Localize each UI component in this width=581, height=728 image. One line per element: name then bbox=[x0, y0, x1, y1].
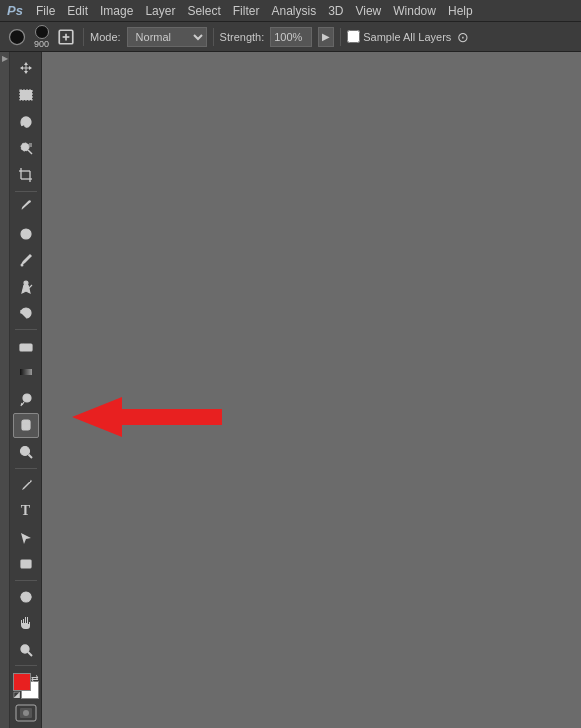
svg-rect-4 bbox=[20, 90, 32, 100]
svg-marker-39 bbox=[72, 397, 222, 437]
strength-input[interactable] bbox=[270, 27, 312, 47]
mode-label: Mode: bbox=[90, 31, 121, 43]
svg-line-6 bbox=[28, 150, 32, 154]
tool-marquee[interactable] bbox=[13, 83, 39, 109]
menu-help[interactable]: Help bbox=[442, 2, 479, 20]
menu-window[interactable]: Window bbox=[387, 2, 442, 20]
sample-all-checkbox[interactable] bbox=[347, 30, 360, 43]
menu-filter[interactable]: Filter bbox=[227, 2, 266, 20]
color-switch-icon[interactable]: ⇄ bbox=[31, 673, 39, 683]
menu-image[interactable]: Image bbox=[94, 2, 139, 20]
tool-hand[interactable] bbox=[13, 610, 39, 636]
brush-size-display[interactable]: 900 bbox=[34, 25, 49, 49]
menu-bar: Ps File Edit Image Layer Select Filter A… bbox=[0, 0, 581, 22]
svg-point-5 bbox=[21, 143, 29, 151]
svg-line-27 bbox=[28, 454, 32, 458]
tool-gradient[interactable] bbox=[13, 360, 39, 386]
options-bar: 900 Mode: Normal Dissolve Multiply Stren… bbox=[0, 22, 581, 52]
tool-sep-1 bbox=[15, 191, 37, 192]
sidebar-scroll-arrow: ▶ bbox=[2, 54, 8, 63]
svg-point-21 bbox=[23, 394, 31, 402]
tool-shape[interactable] bbox=[13, 551, 39, 577]
brush-size-number: 900 bbox=[34, 39, 49, 49]
tool-quick-select[interactable] bbox=[13, 136, 39, 162]
options-sep-1 bbox=[83, 28, 84, 46]
svg-line-23 bbox=[21, 403, 22, 406]
tool-3d-rotate[interactable] bbox=[13, 584, 39, 610]
color-reset-icon[interactable]: ◪ bbox=[13, 690, 21, 699]
options-sep-3 bbox=[340, 28, 341, 46]
menu-edit[interactable]: Edit bbox=[61, 2, 94, 20]
tool-sep-2 bbox=[15, 329, 37, 330]
target-icon[interactable]: ⊙ bbox=[457, 29, 469, 45]
sidebar-scroll[interactable]: ▶ bbox=[0, 52, 10, 728]
menu-view[interactable]: View bbox=[349, 2, 387, 20]
tool-sep-4 bbox=[15, 580, 37, 581]
svg-rect-20 bbox=[20, 369, 32, 375]
toolbar: T ⇄ ◪ bbox=[10, 52, 42, 728]
brush-preset-picker-icon[interactable] bbox=[6, 26, 28, 48]
options-sep-2 bbox=[213, 28, 214, 46]
menu-analysis[interactable]: Analysis bbox=[265, 2, 322, 20]
tool-pen[interactable] bbox=[13, 472, 39, 498]
tool-sep-5 bbox=[15, 665, 37, 666]
tool-sep-3 bbox=[15, 468, 37, 469]
color-swatches: ⇄ ◪ bbox=[13, 673, 39, 699]
canvas-area bbox=[42, 52, 581, 728]
ps-logo: Ps bbox=[4, 0, 26, 22]
tool-eyedropper[interactable] bbox=[13, 195, 39, 221]
tool-path-select[interactable] bbox=[13, 525, 39, 551]
tool-zoom[interactable] bbox=[13, 637, 39, 663]
svg-point-38 bbox=[23, 710, 29, 716]
menu-file[interactable]: File bbox=[30, 2, 61, 20]
red-arrow-annotation bbox=[72, 392, 222, 445]
strength-label: Strength: bbox=[220, 31, 265, 43]
tool-move[interactable] bbox=[13, 56, 39, 82]
svg-point-16 bbox=[20, 264, 23, 267]
svg-rect-24 bbox=[22, 420, 30, 430]
tool-history-brush[interactable] bbox=[13, 301, 39, 327]
sample-all-label[interactable]: Sample All Layers bbox=[347, 30, 451, 43]
svg-point-26 bbox=[20, 446, 29, 455]
tool-lasso[interactable] bbox=[13, 109, 39, 135]
svg-point-0 bbox=[10, 29, 25, 44]
ps-logo-text: Ps bbox=[7, 3, 23, 18]
svg-rect-28 bbox=[21, 560, 31, 568]
brush-options-icon[interactable] bbox=[55, 26, 77, 48]
menu-select[interactable]: Select bbox=[181, 2, 226, 20]
tool-spot-heal[interactable] bbox=[13, 221, 39, 247]
tool-brush[interactable] bbox=[13, 248, 39, 274]
tool-eraser[interactable] bbox=[13, 333, 39, 359]
main-area: ▶ bbox=[0, 52, 581, 728]
strength-arrow-button[interactable]: ▶ bbox=[318, 27, 334, 47]
color-swatch-area[interactable]: ⇄ ◪ bbox=[13, 673, 39, 699]
tool-crop[interactable] bbox=[13, 162, 39, 188]
tool-dodge[interactable] bbox=[13, 386, 39, 412]
svg-line-33 bbox=[28, 652, 32, 656]
tool-type[interactable]: T bbox=[13, 498, 39, 524]
tool-magnify[interactable] bbox=[13, 439, 39, 465]
foreground-color-swatch[interactable] bbox=[13, 673, 31, 691]
menu-3d[interactable]: 3D bbox=[322, 2, 349, 20]
quick-mask-button[interactable] bbox=[13, 702, 39, 724]
tool-clone-stamp[interactable] bbox=[13, 274, 39, 300]
mode-select[interactable]: Normal Dissolve Multiply bbox=[127, 27, 207, 47]
menu-layer[interactable]: Layer bbox=[139, 2, 181, 20]
tool-sponge[interactable] bbox=[13, 413, 39, 439]
